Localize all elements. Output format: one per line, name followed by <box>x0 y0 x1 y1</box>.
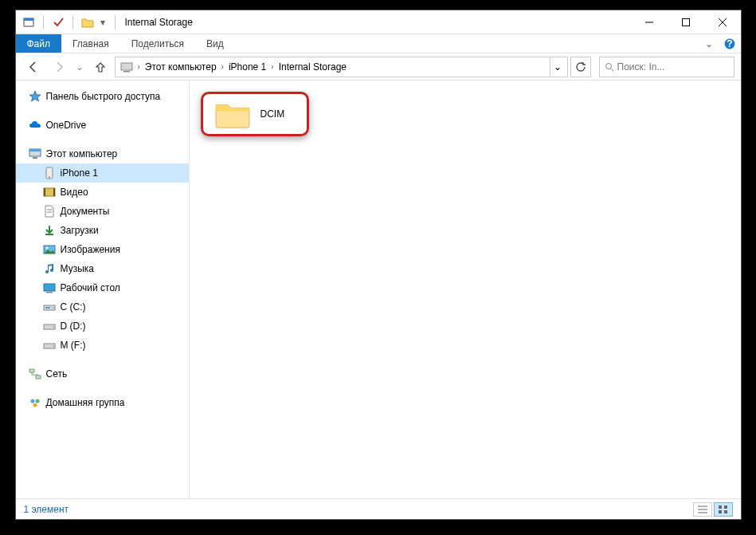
download-icon <box>43 224 56 237</box>
tab-home[interactable]: Главная <box>61 34 120 53</box>
content-pane[interactable]: DCIM <box>190 81 741 498</box>
search-placeholder: Поиск: In... <box>617 61 665 73</box>
svg-line-11 <box>611 69 613 71</box>
tab-view[interactable]: Вид <box>195 34 235 53</box>
sidebar-label: Музыка <box>61 263 94 274</box>
help-button[interactable]: ? <box>719 34 741 53</box>
svg-rect-19 <box>53 188 55 196</box>
svg-point-10 <box>605 63 611 69</box>
search-input[interactable]: Поиск: In... <box>599 57 734 77</box>
svg-rect-28 <box>45 307 50 309</box>
svg-rect-18 <box>44 188 45 196</box>
sidebar-item-videos[interactable]: Видео <box>16 183 189 202</box>
crumb-internal-storage[interactable]: Internal Storage <box>276 57 350 77</box>
svg-point-31 <box>52 326 53 328</box>
drive-icon <box>43 339 56 352</box>
music-icon <box>43 262 56 275</box>
svg-rect-44 <box>719 510 722 513</box>
address-history-dropdown[interactable]: ⌄ <box>550 57 566 77</box>
svg-point-33 <box>52 345 53 347</box>
recent-dropdown[interactable]: ⌄ <box>73 57 86 77</box>
sidebar-label: M (F:) <box>61 340 86 351</box>
address-bar[interactable]: › Этот компьютер › iPhone 1 › Internal S… <box>115 57 568 77</box>
chevron-right-icon[interactable]: › <box>136 62 142 71</box>
maximize-button[interactable] <box>668 10 704 33</box>
sidebar-label: Домашняя группа <box>46 397 125 408</box>
chevron-right-icon[interactable]: › <box>220 62 225 71</box>
svg-rect-9 <box>123 71 130 73</box>
sidebar-item-documents[interactable]: Документы <box>16 202 189 221</box>
sidebar-item-drive-m[interactable]: M (F:) <box>16 336 189 355</box>
ribbon: Файл Главная Поделиться Вид ⌄ ? <box>16 34 741 53</box>
homegroup-icon <box>29 396 41 409</box>
sidebar-label: Документы <box>61 206 110 217</box>
tab-share[interactable]: Поделиться <box>120 34 195 53</box>
up-button[interactable] <box>89 57 112 77</box>
drive-icon <box>43 320 56 332</box>
sidebar-item-desktop[interactable]: Рабочий стол <box>16 278 189 297</box>
properties-icon[interactable] <box>22 16 35 29</box>
sidebar-network[interactable]: Сеть <box>16 364 189 384</box>
qat-separator-3 <box>115 15 116 30</box>
sidebar-item-downloads[interactable]: Загрузки <box>16 221 189 240</box>
sidebar-label: Видео <box>61 187 88 198</box>
svg-text:?: ? <box>727 38 732 49</box>
crumb-thispc[interactable]: Этот компьютер <box>142 57 220 77</box>
sidebar-label: Панель быстрого доступа <box>46 91 161 102</box>
sidebar-label: Изображения <box>61 244 120 255</box>
svg-rect-14 <box>33 157 37 159</box>
svg-rect-43 <box>724 505 727 509</box>
view-toggle <box>693 502 733 517</box>
close-button[interactable] <box>704 10 741 33</box>
sidebar-quickaccess[interactable]: Панель быстрого доступа <box>16 87 189 106</box>
ribbon-collapse-button[interactable]: ⌄ <box>699 34 719 53</box>
check-icon[interactable] <box>52 16 65 29</box>
qat-dropdown-icon[interactable]: ▾ <box>99 16 107 29</box>
status-item-count: 1 элемент <box>24 504 69 515</box>
sidebar-item-music[interactable]: Музыка <box>16 259 189 278</box>
svg-rect-3 <box>682 18 689 26</box>
sidebar-thispc[interactable]: Этот компьютер <box>16 144 189 163</box>
chevron-right-icon[interactable]: › <box>269 62 275 71</box>
svg-rect-17 <box>44 188 55 196</box>
star-icon <box>29 90 41 103</box>
forward-button[interactable] <box>48 57 70 77</box>
sidebar-item-drive-c[interactable]: C (C:) <box>16 297 189 317</box>
sidebar-item-iphone[interactable]: iPhone 1 <box>16 163 189 183</box>
sidebar-onedrive[interactable]: OneDrive <box>16 116 189 135</box>
folder-dcim[interactable]: DCIM <box>201 92 310 136</box>
titlebar: ▾ Internal Storage <box>16 10 741 34</box>
crumb-iphone[interactable]: iPhone 1 <box>225 57 269 77</box>
view-icons-button[interactable] <box>714 502 733 517</box>
sidebar-item-pictures[interactable]: Изображения <box>16 240 189 259</box>
refresh-button[interactable] <box>570 57 591 77</box>
navbar: ⌄ › Этот компьютер › iPhone 1 › Internal… <box>16 53 741 81</box>
svg-rect-42 <box>719 505 722 509</box>
folder-mini-icon[interactable] <box>81 16 94 29</box>
ribbon-spacer <box>235 34 699 53</box>
sidebar-homegroup[interactable]: Домашняя группа <box>16 393 189 412</box>
drive-icon <box>43 301 56 313</box>
svg-rect-1 <box>24 18 33 21</box>
folder-label: DCIM <box>260 108 285 120</box>
sidebar-label: C (C:) <box>61 301 86 313</box>
monitor-icon <box>29 148 41 160</box>
statusbar: 1 элемент <box>16 498 741 519</box>
crumb-root-icon[interactable] <box>117 57 136 77</box>
minimize-button[interactable] <box>631 10 668 33</box>
tab-file[interactable]: Файл <box>16 34 62 53</box>
search-icon <box>605 62 614 72</box>
svg-rect-35 <box>36 376 41 379</box>
sidebar-label: Рабочий стол <box>61 282 120 293</box>
sidebar-item-drive-d[interactable]: D (D:) <box>16 317 189 336</box>
view-details-button[interactable] <box>693 502 712 517</box>
svg-point-36 <box>30 399 34 403</box>
back-button[interactable] <box>22 57 45 77</box>
svg-point-29 <box>52 307 53 309</box>
picture-icon <box>43 243 56 256</box>
svg-rect-34 <box>29 369 34 372</box>
svg-rect-8 <box>121 63 132 70</box>
svg-point-38 <box>33 403 37 407</box>
svg-point-24 <box>45 247 48 250</box>
network-icon <box>29 368 41 380</box>
